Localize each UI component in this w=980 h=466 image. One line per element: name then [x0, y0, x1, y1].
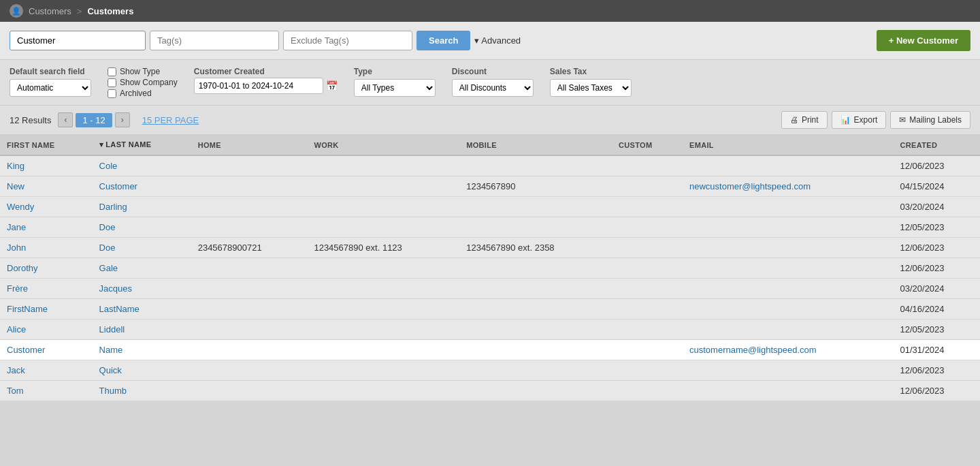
table-row[interactable]: JohnDoe23456789007211234567890 ext. 1123… — [0, 238, 980, 258]
cell-first_name[interactable]: FirstName — [0, 299, 93, 320]
cell-created: 12/06/2023 — [894, 360, 981, 381]
type-select[interactable]: All Types Individual Company — [354, 79, 436, 97]
cell-last_name[interactable]: LastName — [93, 299, 191, 320]
customer-created-label: Customer Created — [194, 67, 338, 76]
show-type-label: Show Type — [120, 67, 160, 76]
cell-first_name[interactable]: King — [0, 155, 93, 176]
cell-created: 04/15/2024 — [894, 176, 981, 197]
cell-first_name[interactable]: Alice — [0, 320, 93, 340]
cell-last_name[interactable]: Quick — [93, 360, 191, 381]
cell-first_name[interactable]: Jack — [0, 360, 93, 381]
customer-table: FIRST NAME ▾ LAST NAME HOME WORK MOBILE … — [0, 135, 980, 401]
cell-first_name[interactable]: Dorothy — [0, 258, 93, 279]
cell-first_name[interactable]: Customer — [0, 340, 93, 360]
col-email[interactable]: EMAIL — [683, 135, 893, 155]
table-row[interactable]: AliceLiddell12/05/2023 — [0, 320, 980, 340]
print-button[interactable]: 🖨 Print — [781, 111, 828, 129]
customer-search-input[interactable] — [10, 31, 146, 50]
cell-last_name[interactable]: Darling — [93, 197, 191, 217]
col-last-name[interactable]: ▾ LAST NAME — [93, 135, 191, 155]
cell-email[interactable] — [683, 299, 893, 320]
customer-table-container: FIRST NAME ▾ LAST NAME HOME WORK MOBILE … — [0, 135, 980, 401]
calendar-icon[interactable]: 📅 — [326, 80, 338, 91]
col-mobile[interactable]: MOBILE — [459, 135, 612, 155]
cell-work: 1234567890 ext. 1123 — [307, 238, 459, 258]
type-filter: Type All Types Individual Company — [354, 67, 436, 97]
breadcrumb-current: Customers — [87, 6, 133, 16]
cell-last_name[interactable]: Cole — [93, 155, 191, 176]
page-range: 1 - 12 — [76, 113, 112, 127]
table-row[interactable]: JaneDoe12/05/2023 — [0, 217, 980, 238]
cell-mobile — [459, 381, 612, 401]
cell-last_name[interactable]: Gale — [93, 258, 191, 279]
cell-created: 12/06/2023 — [894, 258, 981, 279]
table-row[interactable]: FirstNameLastName04/16/2024 — [0, 299, 980, 320]
breadcrumb-parent[interactable]: Customers — [29, 6, 71, 16]
cell-last_name[interactable]: Jacques — [93, 279, 191, 299]
archived-checkbox[interactable] — [108, 89, 116, 98]
cell-custom — [612, 360, 683, 381]
sales-tax-select[interactable]: All Sales Taxes — [550, 79, 632, 97]
per-page-selector[interactable]: 15 PER PAGE — [142, 115, 199, 125]
user-icon: 👤 — [10, 4, 23, 18]
table-row[interactable]: JackQuick12/06/2023 — [0, 360, 980, 381]
table-row[interactable]: TomThumb12/06/2023 — [0, 381, 980, 401]
table-row[interactable]: WendyDarling03/20/2024 — [0, 197, 980, 217]
cell-email[interactable] — [683, 238, 893, 258]
table-row[interactable]: FrèreJacques03/20/2024 — [0, 279, 980, 299]
toolbar-right: 🖨 Print 📊 Export ✉ Mailing Labels — [781, 111, 970, 129]
prev-page-button[interactable]: ‹ — [58, 112, 73, 127]
table-row[interactable]: KingCole12/06/2023 — [0, 155, 980, 176]
cell-last_name[interactable]: Doe — [93, 217, 191, 238]
cell-email[interactable]: newcustomer@lightspeed.com — [683, 176, 893, 197]
cell-last_name[interactable]: Name — [93, 340, 191, 360]
cell-email[interactable] — [683, 217, 893, 238]
next-page-button[interactable]: › — [115, 112, 130, 127]
cell-email[interactable] — [683, 258, 893, 279]
cell-home — [191, 320, 308, 340]
cell-created: 12/06/2023 — [894, 238, 981, 258]
tags-search-input[interactable] — [150, 31, 279, 50]
mailing-labels-button[interactable]: ✉ Mailing Labels — [890, 111, 970, 129]
cell-email[interactable] — [683, 279, 893, 299]
search-button[interactable]: Search — [416, 31, 470, 50]
cell-first_name[interactable]: Tom — [0, 381, 93, 401]
cell-first_name[interactable]: Frère — [0, 279, 93, 299]
cell-email[interactable] — [683, 320, 893, 340]
export-button[interactable]: 📊 Export — [832, 111, 887, 129]
new-customer-button[interactable]: + New Customer — [877, 30, 970, 51]
col-work[interactable]: WORK — [307, 135, 459, 155]
cell-email[interactable] — [683, 381, 893, 401]
breadcrumb-separator: > — [77, 6, 82, 16]
cell-last_name[interactable]: Thumb — [93, 381, 191, 401]
table-row[interactable]: CustomerNamecustomername@lightspeed.com0… — [0, 340, 980, 360]
print-icon: 🖨 — [790, 115, 798, 125]
col-first-name[interactable]: FIRST NAME — [0, 135, 93, 155]
show-type-checkbox[interactable] — [108, 67, 116, 76]
cell-custom — [612, 340, 683, 360]
cell-email[interactable] — [683, 360, 893, 381]
discount-select[interactable]: All Discounts — [452, 79, 534, 97]
col-created[interactable]: CREATED — [894, 135, 981, 155]
exclude-tags-search-input[interactable] — [283, 31, 412, 50]
cell-last_name[interactable]: Customer — [93, 176, 191, 197]
cell-email[interactable]: customername@lightspeed.com — [683, 340, 893, 360]
customer-created-input[interactable] — [194, 78, 323, 94]
col-custom[interactable]: CUSTOM — [612, 135, 683, 155]
table-row[interactable]: NewCustomer1234567890newcustomer@lightsp… — [0, 176, 980, 197]
table-row[interactable]: DorothyGale12/06/2023 — [0, 258, 980, 279]
cell-first_name[interactable]: Jane — [0, 217, 93, 238]
cell-email[interactable] — [683, 197, 893, 217]
default-search-select[interactable]: Automatic — [10, 79, 91, 97]
cell-mobile — [459, 217, 612, 238]
filter-bar: Default search field Automatic Show Type… — [0, 60, 980, 106]
cell-first_name[interactable]: Wendy — [0, 197, 93, 217]
cell-last_name[interactable]: Doe — [93, 238, 191, 258]
col-home[interactable]: HOME — [191, 135, 308, 155]
cell-first_name[interactable]: John — [0, 238, 93, 258]
show-company-checkbox[interactable] — [108, 78, 116, 87]
cell-last_name[interactable]: Liddell — [93, 320, 191, 340]
cell-email[interactable] — [683, 155, 893, 176]
cell-first_name[interactable]: New — [0, 176, 93, 197]
advanced-button[interactable]: ▾ Advanced — [474, 35, 521, 46]
